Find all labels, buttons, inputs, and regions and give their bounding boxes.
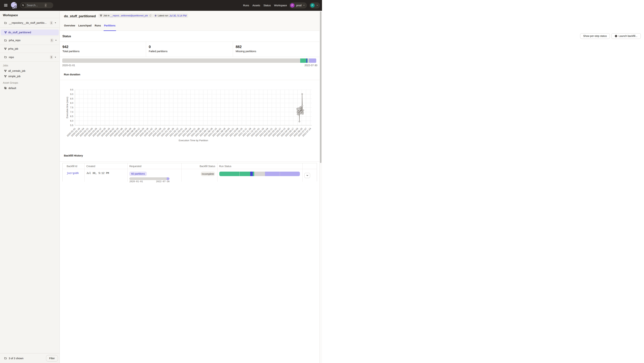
svg-text:8.0: 8.0 [70,102,73,104]
svg-text:5.5: 5.5 [70,124,73,127]
svg-text:Execution time (secs): Execution time (secs) [66,97,68,118]
svg-text:6.5: 6.5 [70,115,73,118]
svg-text:9.5: 9.5 [70,88,73,91]
svg-text:9.0: 9.0 [70,93,73,96]
svg-text:6.0: 6.0 [70,120,73,122]
svg-text:Execution Time by Partition: Execution Time by Partition [179,139,208,142]
svg-text:7.0: 7.0 [70,111,73,113]
svg-text:8.5: 8.5 [70,98,73,100]
svg-text:7.5: 7.5 [70,106,73,109]
